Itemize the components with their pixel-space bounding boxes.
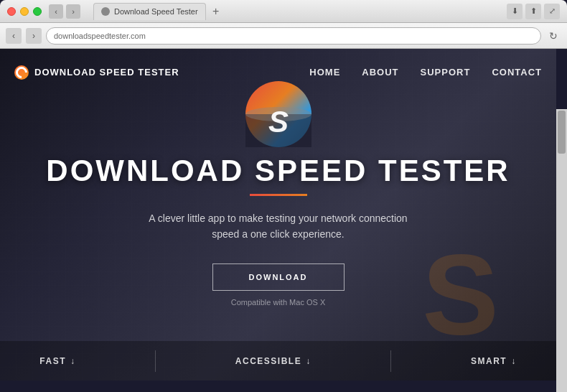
window-controls: ⬇ ⬆ ⤢ (507, 4, 560, 19)
minimize-button[interactable] (20, 7, 29, 16)
tab-label: Download Speed Tester (114, 7, 198, 16)
tab-bar: Download Speed Tester + (88, 3, 501, 20)
feature-fast: FAST ↓ (39, 356, 75, 366)
download-button[interactable]: DOWNLOAD (212, 263, 345, 291)
svg-text:S: S (268, 105, 288, 139)
forward-nav-icon[interactable]: › (26, 28, 42, 44)
hero-subtitle: A clever little app to make testing your… (142, 210, 415, 243)
scrollbar-thumb[interactable] (558, 111, 566, 154)
accessible-label: ACCESSIBLE (235, 356, 301, 366)
back-nav-icon[interactable]: ‹ (6, 28, 22, 44)
site-logo: DOWNLOAD SPEED TESTER (14, 65, 179, 80)
browser-tab[interactable]: Download Speed Tester (93, 3, 206, 20)
hero-content: S DOWNLOAD SPEED TESTER A clever little … (0, 49, 556, 381)
download-icon[interactable]: ⬇ (507, 4, 523, 19)
nav-logo-icon (14, 65, 29, 80)
maximize-button[interactable] (33, 7, 42, 16)
tab-favicon (101, 7, 110, 16)
back-button[interactable]: ‹ (49, 4, 63, 19)
site-nav: DOWNLOAD SPEED TESTER HOME ABOUT SUPPORT… (0, 49, 556, 95)
webpage-content: S DOWNLOAD SPEED TESTER HOME ABOUT SUPPO… (0, 49, 556, 381)
fast-label: FAST (39, 356, 66, 366)
fast-arrow: ↓ (70, 356, 76, 366)
nav-home[interactable]: HOME (309, 67, 340, 78)
nav-about[interactable]: ABOUT (362, 67, 398, 78)
feature-divider-1 (155, 350, 156, 372)
share-icon[interactable]: ⬆ (525, 4, 541, 19)
smart-label: SMART (471, 356, 507, 366)
address-bar[interactable]: downloadspeedtester.com (46, 27, 541, 45)
compatible-text: Compatible with Mac OS X (231, 298, 325, 307)
traffic-lights (7, 7, 42, 16)
fullscreen-icon[interactable]: ⤢ (544, 4, 560, 19)
smart-arrow: ↓ (511, 356, 517, 366)
nav-logo-text: DOWNLOAD SPEED TESTER (34, 67, 179, 78)
close-button[interactable] (7, 7, 16, 16)
features-bar: FAST ↓ ACCESSIBLE ↓ SMART ↓ (0, 341, 556, 381)
nav-links: HOME ABOUT SUPPORT CONTACT (309, 67, 542, 78)
hero-title: DOWNLOAD SPEED TESTER (46, 154, 510, 188)
logo-arc (14, 64, 30, 80)
accessible-arrow: ↓ (306, 356, 311, 366)
feature-accessible: ACCESSIBLE ↓ (235, 356, 311, 366)
browser-window: ‹ › Download Speed Tester + ⬇ ⬆ ⤢ ‹ › do… (0, 0, 567, 381)
hero-divider (250, 194, 307, 196)
address-text: downloadspeedtester.com (54, 32, 146, 40)
new-tab-button[interactable]: + (209, 4, 223, 19)
scrollbar[interactable] (556, 109, 567, 392)
browser-toolbar: ‹ › downloadspeedtester.com ↻ (0, 23, 567, 49)
feature-divider-2 (390, 350, 391, 372)
nav-support[interactable]: SUPPORT (421, 67, 471, 78)
nav-buttons: ‹ › (49, 4, 80, 19)
feature-smart: SMART ↓ (471, 356, 517, 366)
reload-button[interactable]: ↻ (545, 28, 561, 44)
forward-button[interactable]: › (66, 4, 80, 19)
nav-contact[interactable]: CONTACT (492, 67, 542, 78)
browser-titlebar: ‹ › Download Speed Tester + ⬇ ⬆ ⤢ (0, 0, 567, 23)
